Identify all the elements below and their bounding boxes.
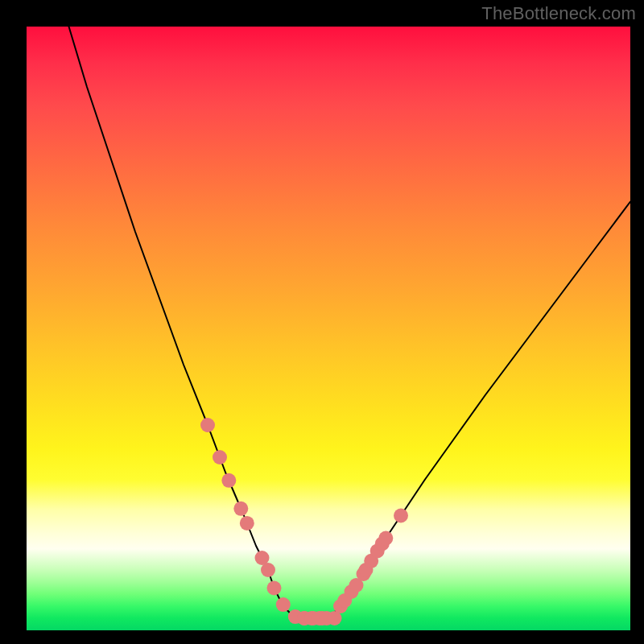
watermark-text: TheBottleneck.com	[481, 3, 636, 24]
bead-marker	[267, 581, 282, 596]
plot-area	[27, 27, 630, 630]
chart-frame: TheBottleneck.com	[0, 0, 644, 644]
bead-marker	[200, 418, 215, 432]
bead-marker	[233, 502, 248, 516]
bead-marker	[221, 473, 236, 488]
bead-marker	[378, 531, 393, 546]
bead-marker-group	[200, 418, 408, 625]
bottleneck-curve	[69, 27, 631, 618]
bead-marker	[394, 509, 408, 523]
bead-marker	[261, 563, 275, 577]
bead-marker	[276, 597, 291, 612]
curve-path-group	[69, 27, 631, 618]
curve-svg	[27, 27, 630, 630]
bead-marker	[213, 450, 227, 464]
bead-marker	[240, 516, 254, 530]
